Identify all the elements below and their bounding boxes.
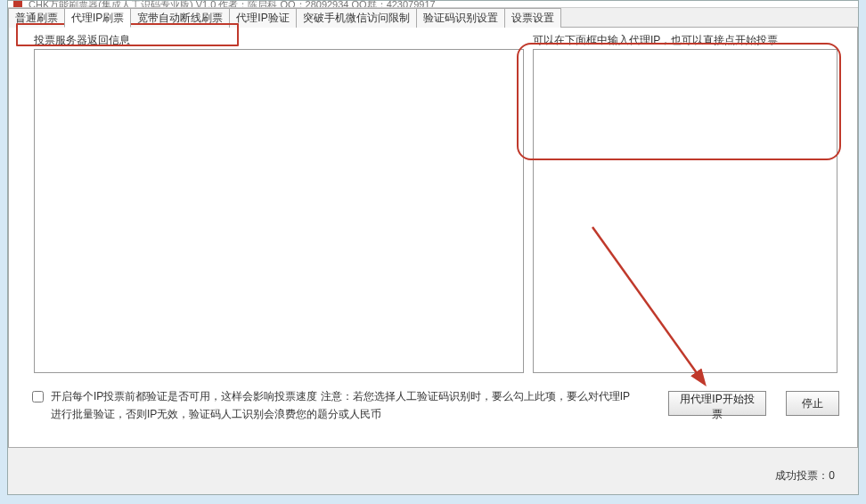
tab-wechat-limit[interactable]: 突破手机微信访问限制 [296, 8, 417, 28]
tab-broadband[interactable]: 宽带自动断线刷票 [130, 8, 230, 28]
verify-ip-checkbox[interactable] [32, 391, 44, 402]
start-vote-button[interactable]: 用代理IP开始投票 [668, 391, 766, 416]
tab-proxy-verify[interactable]: 代理IP验证 [229, 8, 296, 28]
app-window: CHK万能刷票器(集成人工识码专业版) V1.0 作者：陈启科 QQ：28092… [7, 0, 859, 495]
tab-strip: 普通刷票 代理IP刷票 宽带自动断线刷票 代理IP验证 突破手机微信访问限制 验… [8, 8, 858, 28]
server-response-label: 投票服务器返回信息 [34, 33, 130, 48]
status-count: 0 [829, 469, 835, 482]
tab-captcha[interactable]: 验证码识别设置 [416, 8, 505, 28]
proxy-input-label: 可以在下面框中输入代理IP，也可以直接点开始投票 [533, 33, 778, 48]
stop-button[interactable]: 停止 [786, 391, 839, 416]
verify-ip-row: 开启每个IP投票前都验证是否可用，这样会影响投票速度 注意：若您选择人工验证码识… [29, 387, 634, 423]
proxy-ip-textarea[interactable] [533, 49, 837, 373]
app-icon [13, 1, 22, 8]
tab-vote-settings[interactable]: 设票设置 [504, 8, 561, 28]
status-label: 成功投票： [775, 469, 829, 482]
server-response-textarea[interactable] [34, 49, 524, 373]
tab-content-proxy-ip: 投票服务器返回信息 可以在下面框中输入代理IP，也可以直接点开始投票 开启每个I… [8, 28, 858, 448]
window-title: CHK万能刷票器(集成人工识码专业版) V1.0 作者：陈启科 QQ：28092… [29, 1, 436, 8]
verify-ip-text: 开启每个IP投票前都验证是否可用，这样会影响投票速度 注意：若您选择人工验证码识… [51, 387, 634, 423]
titlebar: CHK万能刷票器(集成人工识码专业版) V1.0 作者：陈启科 QQ：28092… [8, 1, 858, 8]
status-bar: 成功投票：0 [775, 468, 835, 484]
tab-proxy-ip[interactable]: 代理IP刷票 [64, 8, 131, 28]
tab-normal[interactable]: 普通刷票 [8, 8, 65, 28]
